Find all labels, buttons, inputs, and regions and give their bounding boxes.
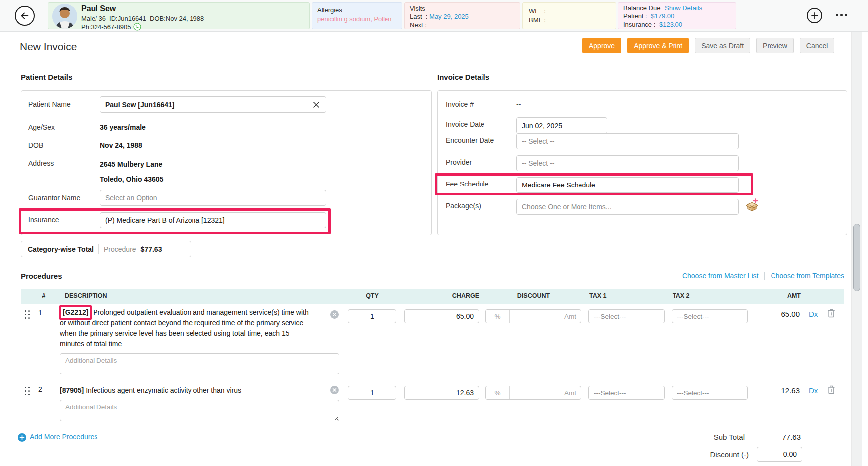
allergies-card: Allergies penicillin g sodium, Pollen [312,2,402,29]
allergies-title: Allergies [317,6,397,14]
more-options-button[interactable] [836,14,847,16]
encounter-date-select[interactable]: -- Select -- [516,133,739,149]
sub-total-value: 77.63 [756,433,801,441]
procedure-description: [87905] Infectious agent enzymatic activ… [60,385,313,396]
save-as-draft-button[interactable]: Save as Draft [695,38,750,53]
additional-details-input[interactable] [60,353,339,374]
approve-button[interactable]: Approve [582,38,621,53]
plus-icon [811,12,819,20]
procedure-description: [G2212] Prolonged outpatient evaluation … [60,307,313,349]
fee-schedule-label: Fee Schedule [446,180,488,188]
additional-details-input[interactable] [60,400,339,421]
choose-from-master-list-link[interactable]: Choose from Master List [682,272,759,280]
col-header-qty: QTY [348,292,396,299]
balance-patient-value: $179.00 [651,12,674,20]
insurance-select[interactable]: (P) Medicare Part B of Arizona [12321] [100,212,326,228]
address-label: Address [28,159,54,167]
scrollbar-thumb[interactable] [853,224,860,291]
row-number: 2 [36,385,45,393]
patient-name-label: Patient Name [28,100,71,108]
age-sex-label: Age/Sex [28,123,55,131]
row-amount: 65.00 [746,310,800,318]
approve-print-button[interactable]: Approve & Print [627,38,689,53]
show-details-link[interactable]: Show Details [665,4,702,12]
balance-due-card: Balance Due Show Details Patient : $179.… [618,2,736,29]
balance-due-title: Balance Due [623,4,660,12]
col-header-discount: DISCOUNT [485,292,581,299]
address-line2: Toledo, Ohio 43605 [100,175,163,183]
invoice-details-title: Invoice Details [437,73,489,81]
patient-summary-card: Paul Sew Male/ 36 ID:Jun16641 DOB:Nov 24… [48,2,310,29]
patient-header-bar: Paul Sew Male/ 36 ID:Jun16641 DOB:Nov 24… [0,0,868,32]
drag-handle-icon[interactable] [25,310,30,319]
ellipsis-icon [836,14,838,16]
invoice-number-label: Invoice # [446,100,474,108]
patient-details-title: Patient Details [21,73,72,81]
discount-percent-input[interactable] [486,310,510,323]
invoice-number-value: -- [516,100,521,108]
bmi-label: BMI : [529,16,610,25]
cancel-button[interactable]: Cancel [800,38,835,53]
sub-total-label: Sub Total [676,433,745,441]
tax2-select[interactable]: ---Select--- [672,386,748,400]
balance-insurance-value: $123.00 [659,21,682,28]
invoice-date-input[interactable] [522,122,612,130]
tax2-select[interactable]: ---Select--- [672,309,748,323]
dob-value: Nov 24, 1988 [100,141,142,149]
col-header-tax1: TAX 1 [589,292,607,299]
balance-insurance-label: Insurance : [623,21,655,28]
package-icon[interactable] [745,198,759,212]
patient-avatar [52,4,77,29]
discount-total-label: Discount (-) [676,450,749,459]
qty-input[interactable] [348,386,396,400]
procedure-description-text: Infectious agent enzymatic activity othe… [86,386,241,394]
dob-label: DOB [28,141,43,149]
procedure-description-text: Prolonged outpatient evaluation and mana… [60,308,309,348]
fee-schedule-select[interactable]: Medicare Fee Schedule [516,177,739,193]
qty-input[interactable] [348,309,396,323]
invoice-date-field[interactable] [516,117,607,134]
preview-button[interactable]: Preview [756,38,794,53]
charge-input[interactable] [404,309,479,323]
patient-name-input[interactable] [105,101,321,109]
row-number: 1 [36,309,45,317]
remove-procedure-icon[interactable] [330,310,339,319]
packages-select[interactable]: Choose One or More Items... [516,199,739,215]
trash-icon[interactable] [827,385,836,395]
last-visit-date[interactable]: May 29, 2025 [429,13,469,20]
page-title: New Invoice [20,41,77,53]
remove-procedure-icon[interactable] [330,386,339,394]
discount-total-input[interactable] [757,447,802,462]
visits-title: Visits [410,5,515,13]
toolbar: Approve Approve & Print Save as Draft Pr… [582,38,834,53]
drag-handle-icon[interactable] [25,387,30,396]
guarantor-select[interactable]: Select an Option [100,190,326,206]
dx-link[interactable]: Dx [809,386,818,395]
clear-patient-icon[interactable] [313,101,320,108]
discount-amount-input[interactable] [510,310,581,323]
col-header-num: # [40,292,48,299]
discount-amount-input[interactable] [510,386,581,399]
tax1-select[interactable]: ---Select--- [588,309,665,323]
patient-details-panel: Patient Name Age/Sex 36 years/male DOB N… [21,90,432,235]
trash-icon[interactable] [827,308,836,318]
tax1-select[interactable]: ---Select--- [588,386,665,400]
discount-group [485,309,581,323]
col-header-charge: CHARGE [404,292,479,299]
next-visit-label: Next : [410,21,515,29]
dx-link[interactable]: Dx [809,310,818,318]
row-amount: 12.63 [746,386,800,395]
patient-name-field[interactable] [100,96,326,113]
add-more-procedures-link[interactable]: Add More Procedures [30,433,97,441]
col-header-amt: AMT [756,292,801,299]
procedures-title: Procedures [21,272,62,280]
add-button[interactable] [807,8,822,23]
plus-circle-icon[interactable] [18,433,26,442]
charge-input[interactable] [404,386,479,400]
back-button[interactable] [15,6,35,26]
procedures-divider [21,426,844,426]
choose-from-templates-link[interactable]: Choose from Templates [771,272,844,280]
discount-percent-input[interactable] [486,386,510,399]
provider-select[interactable]: -- Select -- [516,155,739,171]
allergies-value: penicillin g sodium, Pollen [317,15,397,23]
